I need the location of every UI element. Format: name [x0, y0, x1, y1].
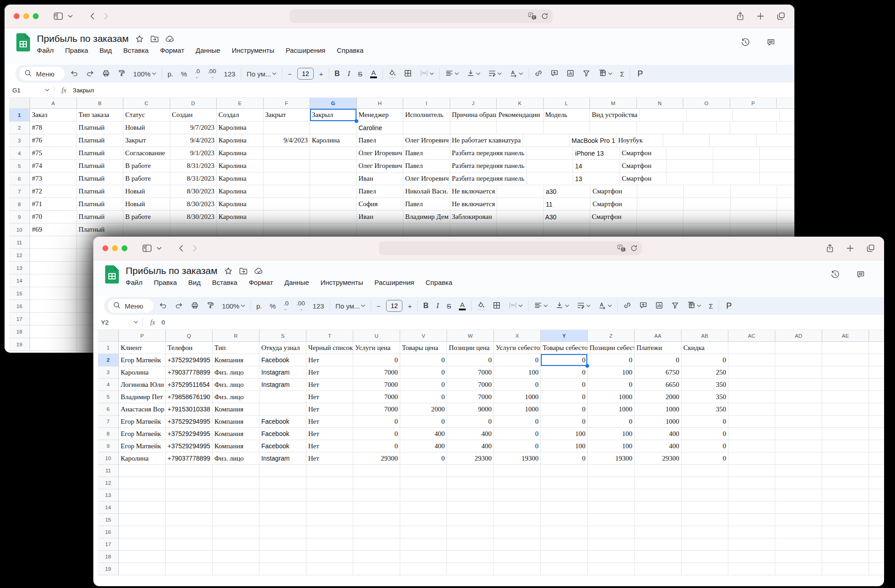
cell-AE13[interactable]: [822, 489, 869, 502]
cell-Y5[interactable]: 0: [541, 391, 588, 403]
cell-J5[interactable]: Разбита передняя панель: [450, 160, 527, 172]
cell-Q8[interactable]: +37529294995: [166, 428, 213, 440]
menu-item[interactable]: Расширения: [286, 46, 325, 54]
cell-L2[interactable]: [544, 122, 590, 134]
cell-V12[interactable]: [400, 477, 447, 489]
cell-A7[interactable]: #72: [30, 185, 77, 198]
cell-G7[interactable]: [310, 185, 357, 198]
cell-S9[interactable]: Facebook: [259, 440, 306, 452]
cell-L4[interactable]: iPhone 13: [573, 147, 620, 160]
cell-G2[interactable]: [310, 122, 357, 134]
insert-chart-button[interactable]: [653, 300, 666, 312]
clipped-toolbar-item[interactable]: Р: [635, 68, 645, 80]
star-icon[interactable]: [135, 35, 144, 43]
cell-I5[interactable]: Павел: [403, 160, 450, 172]
cell-R2[interactable]: Компания: [213, 354, 259, 366]
cell-R14[interactable]: [213, 502, 259, 514]
cell-AA10[interactable]: 29300: [635, 452, 681, 465]
cell-Y2[interactable]: 0: [541, 354, 588, 366]
cell-Q4[interactable]: +37529511654: [166, 379, 213, 391]
row-header-17[interactable]: 17: [98, 538, 119, 551]
cell-AC1[interactable]: [728, 342, 775, 354]
cell-D7[interactable]: 8/30/2023: [170, 185, 217, 198]
borders-button[interactable]: [402, 68, 414, 80]
new-tab-icon[interactable]: [756, 12, 765, 20]
formula-value[interactable]: Закрыл: [73, 87, 94, 94]
cell-L3[interactable]: MacBook Pro 1: [570, 134, 617, 147]
cell-Q13[interactable]: [166, 489, 213, 502]
cell-E2[interactable]: Каролина: [217, 122, 264, 134]
cell-AD15[interactable]: [775, 514, 822, 526]
cell-N7[interactable]: [637, 185, 684, 198]
more-formats[interactable]: 123: [310, 301, 326, 311]
cell-P8[interactable]: Егор Матвейк: [119, 428, 166, 440]
cell-G4[interactable]: [310, 147, 357, 160]
fill-color-button[interactable]: [475, 300, 487, 312]
cell-AF8[interactable]: [869, 428, 884, 440]
cell-L5[interactable]: 14: [573, 160, 620, 172]
cell-K7[interactable]: [497, 185, 544, 198]
cell-AC2[interactable]: [728, 354, 775, 366]
cell-U2[interactable]: 0: [353, 354, 400, 366]
cell-AD13[interactable]: [775, 489, 822, 502]
column-header-AE[interactable]: AE: [822, 330, 869, 342]
cell-Q2[interactable]: +37529294995: [166, 354, 213, 366]
cell-AA2[interactable]: 0: [635, 354, 681, 366]
row-header-15[interactable]: 15: [98, 514, 119, 526]
cell-U8[interactable]: 0: [353, 428, 400, 440]
cell-AB4[interactable]: 350: [681, 379, 728, 391]
cell-A9[interactable]: #70: [30, 211, 77, 223]
cell-N3[interactable]: [663, 134, 710, 147]
cell-Y8[interactable]: 100: [541, 428, 588, 440]
cell-K8[interactable]: [497, 198, 544, 211]
cell-V2[interactable]: 0: [400, 354, 447, 366]
column-header-C[interactable]: C: [123, 98, 170, 109]
cell-Q1[interactable]: [780, 109, 794, 122]
cell-I10[interactable]: [403, 223, 450, 236]
name-box[interactable]: Y2: [93, 319, 142, 326]
cell-A3[interactable]: #76: [30, 134, 77, 147]
cell-AF11[interactable]: [869, 465, 884, 477]
cell-T8[interactable]: Нет: [306, 428, 353, 440]
horizontal-align-button[interactable]: [443, 68, 461, 80]
cell-D6[interactable]: 8/31/2023: [170, 172, 217, 185]
cell-AE14[interactable]: [822, 502, 869, 514]
cell-A12[interactable]: [30, 249, 77, 262]
cell-AB15[interactable]: [681, 514, 728, 526]
namebox-caret-icon[interactable]: [45, 89, 49, 91]
column-header-G[interactable]: G: [310, 98, 357, 109]
cell-U11[interactable]: [353, 465, 400, 477]
cell-Q9[interactable]: +37529294995: [166, 440, 213, 452]
cell-S5[interactable]: [259, 391, 306, 403]
cell-S16[interactable]: [259, 526, 306, 538]
column-header-J[interactable]: J: [450, 98, 497, 109]
cell-N5[interactable]: [666, 160, 713, 172]
cell-Z9[interactable]: 100: [588, 440, 635, 452]
cell-Z15[interactable]: [588, 514, 635, 526]
cell-AA18[interactable]: [635, 551, 681, 563]
cell-B9[interactable]: Платный: [77, 211, 124, 223]
cell-S7[interactable]: Facebook: [259, 416, 306, 428]
nav-forward-icon[interactable]: [102, 12, 110, 20]
tab-overview-icon[interactable]: [866, 244, 875, 253]
cell-S6[interactable]: [259, 403, 306, 416]
vertical-align-button[interactable]: [464, 68, 483, 80]
cell-X6[interactable]: 1000: [494, 403, 541, 416]
cell-V19[interactable]: [400, 563, 447, 575]
comments-icon[interactable]: [767, 38, 775, 47]
cell-W19[interactable]: [447, 563, 494, 575]
cell-X13[interactable]: [494, 489, 541, 502]
text-rotate-button[interactable]: [507, 68, 525, 80]
text-wrap-button[interactable]: [575, 300, 593, 312]
cell-W17[interactable]: [447, 538, 494, 551]
cell-O2[interactable]: [683, 122, 730, 134]
cell-AC13[interactable]: [728, 489, 775, 502]
row-header-3[interactable]: 3: [98, 366, 119, 379]
cell-AC18[interactable]: [728, 551, 775, 563]
cell-AE15[interactable]: [822, 514, 869, 526]
cell-AC17[interactable]: [728, 538, 775, 551]
cell-AB18[interactable]: [681, 551, 728, 563]
cell-AC12[interactable]: [728, 477, 775, 489]
cell-D5[interactable]: 8/31/2023: [170, 160, 217, 172]
functions-button[interactable]: Σ: [618, 69, 626, 79]
